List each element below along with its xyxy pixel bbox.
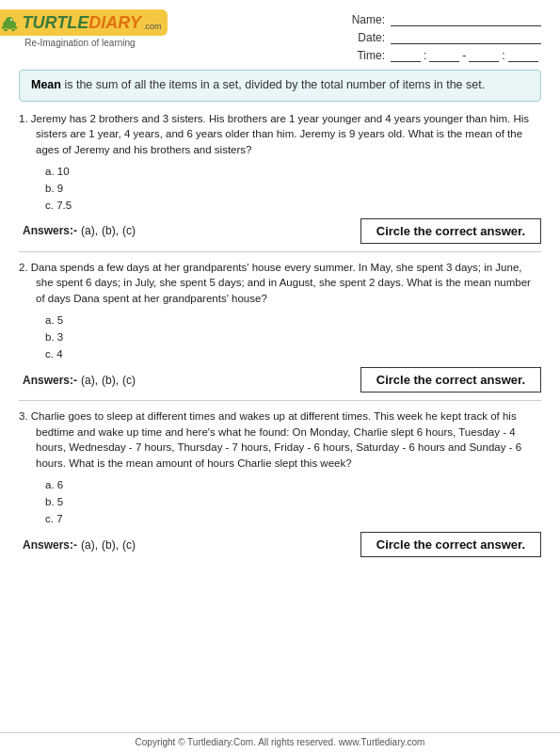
name-input-line[interactable] bbox=[391, 13, 541, 26]
time-label: Time: bbox=[351, 49, 385, 62]
svg-point-5 bbox=[11, 29, 15, 31]
divider-1 bbox=[19, 251, 541, 252]
question-3-option-1: a. 6 bbox=[45, 477, 541, 492]
question-2-ans-b: (b), bbox=[102, 374, 119, 387]
question-1-answers-label: Answers:- bbox=[23, 224, 77, 237]
question-2-answer-row: Answers:- (a), (b), (c)Circle the correc… bbox=[23, 367, 541, 393]
logo-diary-text: DIARY bbox=[88, 13, 141, 33]
time-blank-4[interactable] bbox=[508, 49, 538, 62]
question-3-ans-b: (b), bbox=[102, 538, 119, 552]
question-2-option-3: c. 4 bbox=[45, 346, 541, 361]
question-1-text: 1. Jeremy has 2 brothers and 3 sisters. … bbox=[19, 111, 541, 158]
info-box-text: is the sum of all the items in a set, di… bbox=[61, 78, 485, 91]
question-3-ans-c: (c) bbox=[122, 538, 136, 552]
question-1-ans-b: (b), bbox=[102, 224, 119, 237]
divider-2 bbox=[19, 400, 541, 401]
svg-point-4 bbox=[4, 29, 8, 31]
question-1-options: a. 10b. 9c. 7.5 bbox=[45, 164, 541, 213]
question-2-text: 2. Dana spends a few days at her grandpa… bbox=[19, 260, 541, 307]
svg-point-6 bbox=[10, 19, 12, 21]
time-colon-2: : bbox=[502, 49, 504, 62]
logo-turtle-text: TURTLE bbox=[23, 13, 89, 33]
mean-bold: Mean bbox=[31, 78, 61, 91]
svg-point-1 bbox=[6, 17, 13, 24]
question-3-answers-label: Answers:- bbox=[23, 538, 77, 552]
date-field-row: Date: bbox=[351, 31, 541, 44]
question-2-option-2: b. 3 bbox=[45, 329, 541, 344]
question-3-ans-a: (a), bbox=[81, 538, 98, 552]
question-2-ans-options: (a), (b), (c) bbox=[81, 374, 139, 387]
question-3-answer-row: Answers:- (a), (b), (c)Circle the correc… bbox=[23, 532, 541, 557]
question-2-ans-a: (a), bbox=[81, 374, 98, 387]
question-2: 2. Dana spends a few days at her grandpa… bbox=[19, 260, 541, 401]
question-1-ans-a: (a), bbox=[81, 224, 98, 237]
time-blank-1[interactable] bbox=[391, 49, 421, 62]
question-3-ans-options: (a), (b), (c) bbox=[81, 538, 139, 552]
turtle-icon bbox=[0, 12, 20, 33]
time-colon-1: : bbox=[424, 49, 426, 62]
question-1-ans-c: (c) bbox=[122, 224, 136, 237]
time-dash: - bbox=[462, 49, 466, 62]
time-inputs: : - : bbox=[391, 49, 538, 62]
header: TURTLE DIARY .com Re-Imagination of lear… bbox=[19, 9, 541, 62]
question-2-option-1: a. 5 bbox=[45, 312, 541, 328]
question-3: 3. Charlie goes to sleep at different ti… bbox=[19, 409, 541, 557]
time-blank-3[interactable] bbox=[469, 49, 499, 62]
question-1-option-3: c. 7.5 bbox=[45, 198, 541, 213]
question-3-option-2: b. 5 bbox=[45, 494, 541, 509]
time-field-row: Time: : - : bbox=[351, 49, 541, 62]
name-field-row: Name: bbox=[351, 13, 541, 26]
info-box: Mean is the sum of all the items in a se… bbox=[19, 70, 541, 102]
logo-box: TURTLE DIARY .com Re-Imagination of lear… bbox=[19, 9, 141, 48]
footer-text: Copyright © Turtlediary.Com. All rights … bbox=[136, 737, 425, 747]
name-label: Name: bbox=[351, 13, 385, 26]
question-3-text: 3. Charlie goes to sleep at different ti… bbox=[19, 409, 541, 472]
question-1-ans-options: (a), (b), (c) bbox=[81, 224, 139, 237]
time-blank-2[interactable] bbox=[429, 49, 459, 62]
logo-com-text: .com bbox=[143, 22, 162, 31]
question-1-option-2: b. 9 bbox=[45, 181, 541, 196]
question-3-circle-answer[interactable]: Circle the correct answer. bbox=[360, 532, 541, 557]
question-1-option-1: a. 10 bbox=[45, 164, 541, 179]
name-date-time-fields: Name: Date: Time: : - : bbox=[351, 13, 541, 62]
question-2-answers-label: Answers:- bbox=[23, 374, 77, 387]
footer: Copyright © Turtlediary.Com. All rights … bbox=[0, 732, 560, 747]
question-1-answer-row: Answers:- (a), (b), (c)Circle the correc… bbox=[23, 218, 541, 244]
question-3-option-3: c. 7 bbox=[45, 511, 541, 526]
question-2-ans-c: (c) bbox=[122, 374, 136, 387]
questions-container: 1. Jeremy has 2 brothers and 3 sisters. … bbox=[19, 111, 541, 558]
question-1: 1. Jeremy has 2 brothers and 3 sisters. … bbox=[19, 111, 541, 252]
page: TURTLE DIARY .com Re-Imagination of lear… bbox=[0, 0, 560, 753]
logo-tagline: Re-Imagination of learning bbox=[24, 38, 135, 48]
question-2-options: a. 5b. 3c. 4 bbox=[45, 312, 541, 361]
date-label: Date: bbox=[351, 31, 385, 44]
question-2-circle-answer[interactable]: Circle the correct answer. bbox=[360, 367, 541, 393]
question-1-circle-answer[interactable]: Circle the correct answer. bbox=[360, 218, 541, 244]
logo-image: TURTLE DIARY .com bbox=[0, 9, 168, 36]
question-3-options: a. 6b. 5c. 7 bbox=[45, 477, 541, 526]
date-input-line[interactable] bbox=[391, 31, 541, 44]
